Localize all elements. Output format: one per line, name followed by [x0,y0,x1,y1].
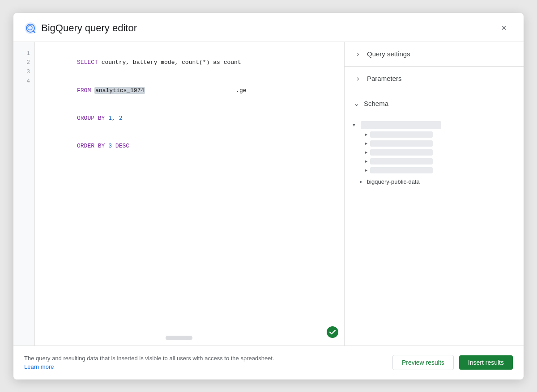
dialog-title: BigQuery query editor [41,22,137,34]
schema-chevron-down: ⌄ [354,99,359,108]
schema-child-label-4 [370,158,433,164]
code-editor[interactable]: SELECT country, battery mode, count(*) a… [35,42,344,346]
insert-results-button[interactable]: Insert results [459,355,513,370]
schema-top-item[interactable]: ▼ [352,120,516,130]
line-numbers: 1 2 3 4 [13,42,35,346]
schema-child-5[interactable]: ► [364,166,516,175]
preview-results-button[interactable]: Preview results [392,355,454,370]
schema-header[interactable]: ⌄ Schema [345,91,524,116]
child-arrow-3: ► [364,150,368,155]
close-button[interactable]: × [497,21,511,35]
keyword-from: FROM [77,87,91,94]
tree-collapse-arrow: ▼ [352,122,359,127]
code-line-4: ORDER BY 3 DESC [42,133,337,160]
parameters-chevron: › [354,75,362,83]
schema-child-label-5 [370,167,433,173]
schema-body: ▼ ► ► ► [345,116,524,196]
bigquery-icon [24,22,37,34]
child-arrow-2: ► [364,141,368,146]
svg-point-4 [327,326,338,338]
schema-top-label-redacted [361,121,441,129]
dialog-body: 1 2 3 4 SELECT country, battery mode, co… [13,42,524,346]
schema-child-label-3 [370,149,433,156]
query-settings-label: Query settings [367,50,410,58]
schema-child-label-1 [370,131,433,138]
query-settings-section: › Query settings [345,42,524,67]
query-settings-header[interactable]: › Query settings [345,42,524,66]
parameters-section: › Parameters [345,67,524,91]
editor-panel: 1 2 3 4 SELECT country, battery mode, co… [13,42,345,346]
schema-label: Schema [364,100,388,107]
footer-notice: The query and resulting data that is ins… [24,354,284,371]
keyword-select: SELECT [77,59,98,66]
line-num-4: 4 [13,77,34,86]
child-arrow-4: ► [364,159,368,164]
line-num-3: 3 [13,67,34,77]
public-data-arrow: ► [359,179,363,184]
schema-child-3[interactable]: ► [364,148,516,157]
keyword-group: GROUP BY [77,115,105,122]
public-data-label: bigquery-public-data [367,178,420,185]
child-arrow-5: ► [364,168,368,173]
dialog-header: BigQuery query editor × [13,13,524,42]
query-settings-chevron: › [354,50,362,58]
table-name-highlight: analytics_1974 [94,87,145,94]
horizontal-scrollbar[interactable] [166,336,192,340]
parameters-header[interactable]: › Parameters [345,67,524,91]
dialog-footer: The query and resulting data that is ins… [13,346,524,379]
schema-child-1[interactable]: ► [364,130,516,139]
keyword-order: ORDER BY [77,143,105,149]
line-num-2: 2 [13,58,34,67]
right-panel: › Query settings › Parameters ⌄ Schema [345,42,524,346]
schema-child-2[interactable]: ► [364,139,516,148]
parameters-label: Parameters [367,75,402,82]
notice-text: The query and resulting data that is ins… [24,355,274,362]
schema-children: ► ► ► ► [364,130,516,175]
code-line-2: FROM analytics_1974 .ge [42,77,337,105]
schema-child-4[interactable]: ► [364,157,516,166]
schema-section: ⌄ Schema ▼ ► [345,91,524,196]
public-data-item[interactable]: ► bigquery-public-data [352,175,516,189]
child-arrow-1: ► [364,132,368,137]
empty-lower-section [345,196,524,346]
schema-child-label-2 [370,140,433,147]
line-num-1: 1 [13,49,34,59]
checkmark-icon [326,326,339,338]
learn-more-link[interactable]: Learn more [24,363,54,370]
title-row: BigQuery query editor [24,22,137,34]
code-line-3: GROUP BY 1, 2 [42,105,337,132]
code-line-1: SELECT country, battery mode, count(*) a… [42,49,337,77]
footer-buttons: Preview results Insert results [392,355,513,370]
bigquery-dialog: BigQuery query editor × 1 2 3 4 SELECT c… [13,13,524,379]
